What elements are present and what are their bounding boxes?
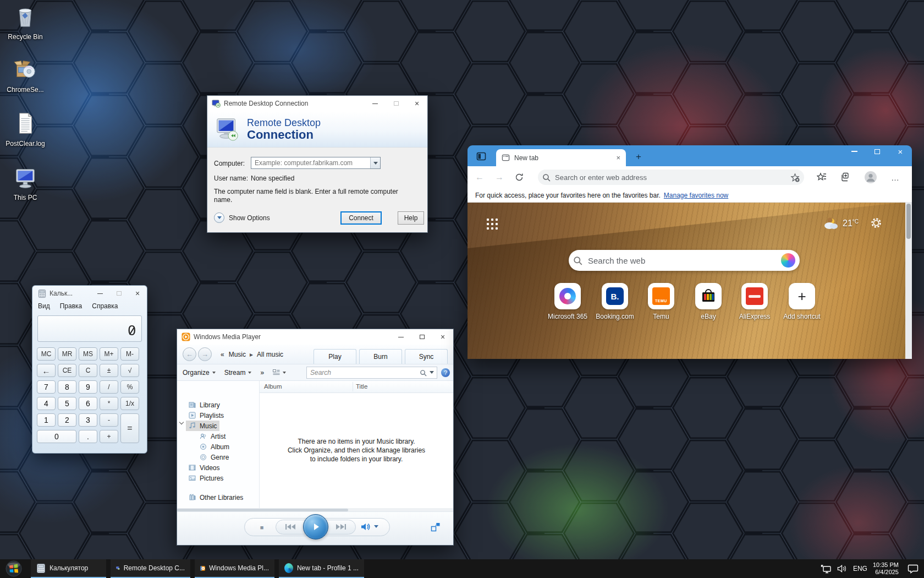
wmp-maximize-button[interactable] (411, 329, 432, 345)
edge-tab-actions-button[interactable] (474, 149, 488, 163)
wmp-mute-button[interactable] (360, 521, 373, 533)
column-divider[interactable] (353, 382, 353, 391)
wmp-column-album[interactable]: Album (264, 383, 282, 390)
rdc-minimize-button[interactable] (365, 96, 386, 111)
calc-key-negate[interactable]: ± (100, 364, 118, 377)
edge-minimize-button[interactable] (843, 145, 866, 160)
calc-key-9[interactable]: 9 (79, 380, 97, 394)
wmp-back-button[interactable]: ← (183, 347, 196, 361)
calc-key-minus[interactable]: - (100, 413, 118, 427)
shortcut-ebay[interactable]: eBay (688, 283, 729, 320)
calculator-menu-view[interactable]: Вид (38, 302, 50, 310)
calc-key-4[interactable]: 4 (37, 397, 56, 410)
ntp-search-input[interactable] (582, 256, 781, 265)
wmp-column-title[interactable]: Title (356, 383, 367, 390)
rdc-combo-dropdown-button[interactable] (370, 157, 380, 168)
wmp-sidebar-videos[interactable]: Videos (186, 462, 222, 473)
desktop-icon-postclear-log[interactable]: PostClear.log (3, 110, 47, 148)
wmp-sidebar-genre[interactable]: Genre (197, 452, 232, 462)
calc-key-divide[interactable]: / (100, 380, 118, 394)
edge-address-bar[interactable] (538, 170, 804, 185)
calc-key-plus[interactable]: + (100, 430, 118, 443)
ntp-search-bar[interactable] (569, 250, 800, 271)
calc-key-decimal[interactable]: . (79, 430, 97, 443)
calc-key-7[interactable]: 7 (37, 380, 56, 394)
shortcut-add[interactable]: + Add shortcut (781, 283, 823, 320)
wmp-sidebar-artist[interactable]: Artist (197, 431, 228, 441)
edge-new-tab-button[interactable]: + (632, 151, 645, 163)
rdc-computer-combobox[interactable] (251, 157, 381, 169)
wmp-sidebar-music[interactable]: Music (186, 421, 219, 431)
tab-close-icon[interactable]: × (616, 154, 620, 162)
calc-key-ce[interactable]: CE (58, 364, 76, 377)
wmp-sidebar-playlists[interactable]: Playlists (186, 410, 227, 421)
calc-key-5[interactable]: 5 (58, 397, 76, 410)
wmp-stop-button[interactable]: ■ (256, 521, 268, 533)
edge-address-input[interactable] (551, 173, 790, 182)
wmp-close-button[interactable]: × (432, 329, 453, 345)
shortcut-booking[interactable]: B. Booking.com (594, 283, 636, 320)
calc-key-ms[interactable]: MS (79, 347, 97, 361)
search-dropdown-icon[interactable] (430, 371, 434, 376)
calc-key-6[interactable]: 6 (79, 397, 97, 410)
edge-forward-button[interactable]: → (492, 170, 507, 185)
calc-key-8[interactable]: 8 (58, 380, 76, 394)
calc-key-mminus[interactable]: M- (120, 347, 139, 361)
desktop-icon-this-pc[interactable]: This PC (3, 164, 47, 201)
calculator-menu-help[interactable]: Справка (92, 302, 118, 310)
calculator-close-button[interactable]: × (128, 286, 147, 301)
wmp-sidebar-pictures[interactable]: Pictures (186, 473, 226, 483)
ntp-settings-button[interactable] (870, 217, 882, 231)
scrollbar-thumb[interactable] (906, 204, 911, 239)
calculator-titlebar[interactable]: Кальк... × (32, 286, 147, 301)
calc-key-mr[interactable]: MR (58, 347, 76, 361)
action-center-icon[interactable] (908, 564, 919, 574)
wmp-stream-menu[interactable]: Stream (224, 369, 252, 377)
calc-key-reciprocal[interactable]: 1/x (120, 397, 139, 410)
calc-key-mc[interactable]: MC (37, 347, 56, 361)
calc-key-mplus[interactable]: M+ (100, 347, 118, 361)
add-favorite-icon[interactable] (790, 173, 800, 182)
wmp-forward-button[interactable]: → (198, 347, 212, 361)
wmp-breadcrumb-all-music[interactable]: All music (257, 351, 283, 358)
volume-icon[interactable] (837, 564, 848, 573)
edge-settings-menu-button[interactable]: … (888, 170, 903, 185)
wmp-search-box[interactable] (306, 367, 437, 379)
edge-close-button[interactable]: × (889, 145, 912, 160)
wmp-tab-sync[interactable]: Sync (405, 349, 448, 364)
wmp-tab-play[interactable]: Play (314, 349, 356, 364)
calculator-minimize-button[interactable] (91, 286, 109, 301)
rdc-titlebar[interactable]: Remote Desktop Connection × (207, 96, 427, 111)
calc-key-percent[interactable]: % (120, 380, 139, 394)
calc-key-2[interactable]: 2 (58, 413, 76, 427)
wmp-play-button[interactable] (303, 514, 328, 539)
edge-profile-button[interactable] (863, 170, 878, 185)
wmp-sidebar-album[interactable]: Album (197, 441, 232, 452)
shortcut-microsoft-365[interactable]: Microsoft 365 (547, 283, 588, 320)
edge-collections-button[interactable] (838, 170, 853, 185)
wmp-help-button[interactable]: ? (441, 368, 450, 377)
network-icon[interactable] (821, 564, 832, 574)
edge-tabstrip[interactable]: New tab × + × (468, 145, 912, 166)
rdc-computer-input[interactable] (251, 157, 370, 168)
edge-favorites-button[interactable] (814, 170, 829, 185)
language-indicator[interactable]: ENG (853, 565, 867, 572)
desktop-icon-recycle-bin[interactable]: Recycle Bin (3, 3, 47, 41)
start-button[interactable] (0, 559, 28, 578)
ntp-waffle-menu-button[interactable] (486, 218, 498, 232)
wmp-minimize-button[interactable] (391, 329, 411, 345)
wmp-switch-to-now-playing-button[interactable] (429, 520, 442, 533)
wmp-breadcrumb-music[interactable]: Music (229, 351, 246, 358)
rdc-help-button[interactable]: Help (398, 211, 424, 225)
music-expand-chevron-icon[interactable] (179, 420, 184, 424)
rdc-maximize-button[interactable] (386, 96, 406, 111)
wmp-previous-button[interactable] (280, 522, 300, 532)
taskbar-button-calculator[interactable]: Калькулятор (31, 559, 106, 578)
calc-key-1[interactable]: 1 (37, 413, 56, 427)
ntp-weather-widget[interactable]: 21°C (822, 217, 859, 230)
calc-key-c[interactable]: C (79, 364, 97, 377)
wmp-sidebar-library[interactable]: Library (186, 400, 223, 410)
wmp-overflow-menu[interactable]: » (260, 369, 264, 377)
taskbar-clock[interactable]: 10:35 PM 6/4/2025 (873, 561, 899, 576)
wmp-search-input[interactable] (307, 369, 420, 377)
